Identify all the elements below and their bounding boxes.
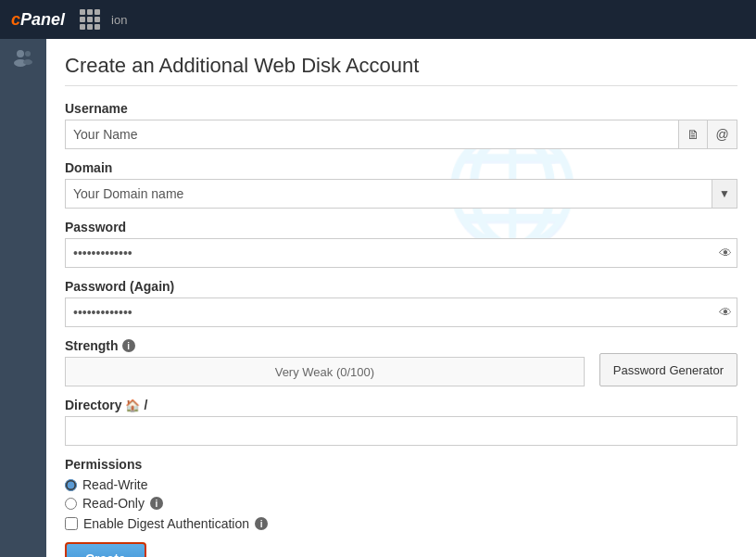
strength-label: Strength i: [65, 338, 585, 353]
password-eye-btn[interactable]: 👁: [717, 244, 734, 262]
username-row: 🗎 @: [65, 120, 737, 149]
svg-point-0: [17, 50, 24, 57]
password-again-eye-btn[interactable]: 👁: [717, 303, 734, 322]
sidebar: [0, 39, 46, 557]
directory-label-row: Directory 🏠 /: [65, 398, 737, 412]
domain-field-group: Domain ▼: [65, 160, 737, 209]
domain-dropdown-btn[interactable]: ▼: [712, 179, 737, 209]
strength-row: Strength i Very Weak (0/100) Password Ge…: [65, 338, 737, 386]
brand-panel: Panel: [20, 10, 65, 30]
password-again-input[interactable]: [65, 297, 737, 327]
brand-c: c: [11, 10, 20, 30]
page-title: Create an Additional Web Disk Account: [65, 54, 737, 86]
username-at-btn[interactable]: @: [708, 120, 737, 149]
content-area: 🌐 WEBSouls Create an Additional Web Disk…: [46, 39, 756, 557]
main-wrapper: 🌐 WEBSouls Create an Additional Web Disk…: [0, 39, 756, 557]
strength-info-icon[interactable]: i: [122, 339, 135, 352]
directory-input[interactable]: [65, 416, 737, 446]
create-button[interactable]: Create: [65, 542, 146, 557]
navbar: cPanel ion: [0, 0, 756, 39]
password-generator-button[interactable]: Password Generator: [599, 353, 737, 386]
grid-menu-icon[interactable]: [80, 9, 100, 30]
password-row: 👁: [65, 238, 737, 268]
password-input[interactable]: [65, 238, 737, 268]
nav-home-label[interactable]: ion: [111, 13, 127, 27]
brand-logo: cPanel: [11, 10, 65, 30]
read-only-row: Read-Only i: [65, 496, 737, 511]
strength-field: Strength i Very Weak (0/100): [65, 338, 585, 386]
username-field-group: Username 🗎 @: [65, 101, 737, 149]
domain-input[interactable]: [65, 179, 712, 209]
username-person-btn[interactable]: 🗎: [678, 120, 708, 149]
digest-auth-row: Enable Digest Authentication i: [65, 516, 737, 531]
digest-auth-label: Enable Digest Authentication: [83, 516, 249, 531]
read-write-row: Read-Write: [65, 477, 737, 492]
domain-label: Domain: [65, 160, 737, 175]
permissions-section: Permissions Read-Write Read-Only i Enabl…: [65, 457, 737, 531]
sidebar-users-icon[interactable]: [12, 48, 34, 73]
svg-point-3: [23, 59, 32, 65]
svg-point-2: [25, 51, 31, 57]
read-only-info-icon[interactable]: i: [150, 497, 163, 510]
read-only-radio[interactable]: [65, 498, 77, 510]
read-write-label: Read-Write: [82, 477, 148, 492]
password-again-row: 👁: [65, 297, 737, 327]
domain-row: ▼: [65, 179, 737, 209]
read-write-radio[interactable]: [65, 479, 77, 491]
permissions-title: Permissions: [65, 457, 737, 472]
password-again-label: Password (Again): [65, 279, 737, 294]
password-field-group: Password 👁: [65, 220, 737, 268]
password-label: Password: [65, 220, 737, 234]
password-again-field-group: Password (Again) 👁: [65, 279, 737, 327]
digest-auth-info-icon[interactable]: i: [255, 517, 268, 530]
home-icon: 🏠: [125, 399, 140, 412]
username-input[interactable]: [65, 120, 678, 149]
read-only-label: Read-Only: [82, 496, 145, 511]
directory-field-group: Directory 🏠 /: [65, 398, 737, 446]
username-label: Username: [65, 101, 737, 116]
form-section: Username 🗎 @ Domain ▼ Password: [65, 101, 737, 557]
digest-auth-checkbox[interactable]: [65, 517, 78, 530]
strength-bar: Very Weak (0/100): [65, 357, 585, 386]
